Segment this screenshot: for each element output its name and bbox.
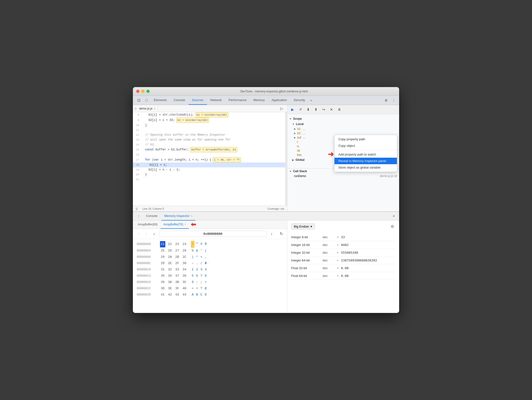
hex-byte[interactable]: 38: [182, 273, 187, 279]
tab-console-bottom[interactable]: Console: [143, 212, 160, 221]
local-header[interactable]: ▼ Local: [289, 121, 397, 127]
hex-byte[interactable]: 23: [175, 241, 180, 247]
memory-subtabs: ArrayBuffer(60) ArrayBuffer(70) × ⬅: [133, 221, 287, 229]
endian-dropdown-icon: ▾: [311, 225, 312, 228]
hex-byte[interactable]: 3D: [160, 285, 165, 292]
memory-inspector-close-icon[interactable]: ×: [191, 215, 192, 217]
hex-byte[interactable]: 3C: [182, 279, 187, 285]
tab-security[interactable]: Security: [290, 96, 308, 105]
file-close-icon[interactable]: ×: [154, 107, 155, 110]
step-over-btn[interactable]: ⬇: [305, 106, 312, 113]
data-type-settings-icon[interactable]: ⚙: [389, 224, 395, 230]
hex-byte[interactable]: 29: [160, 254, 165, 260]
bottom-panel-menu-icon[interactable]: ⋮: [135, 213, 142, 220]
hex-byte[interactable]: 30: [182, 260, 187, 267]
hex-byte[interactable]: 2B: [175, 254, 180, 260]
hex-byte[interactable]: 3A: [167, 279, 173, 285]
maximize-button[interactable]: [146, 90, 150, 93]
more-options-icon[interactable]: ⋮: [390, 97, 397, 104]
dock-icon[interactable]: ☐: [143, 96, 150, 105]
endian-select[interactable]: Big Endian ▾: [291, 223, 315, 230]
ctx-reveal-memory[interactable]: Reveal in Memory Inspector panel: [334, 158, 397, 164]
hex-byte[interactable]: 25: [160, 248, 165, 254]
dt-arrow-float32[interactable]: ▾: [337, 267, 341, 269]
dt-arrow-int32[interactable]: ▾: [337, 251, 341, 254]
code-scrollbar[interactable]: [285, 112, 287, 206]
subtab-arraybuffer-70[interactable]: ArrayBuffer(70) ×: [160, 221, 189, 229]
address-input[interactable]: [159, 231, 267, 237]
tab-sources[interactable]: Sources: [189, 96, 207, 105]
file-tab-demo-js[interactable]: demo-js.js ×: [137, 105, 158, 112]
hex-byte[interactable]: 2D: [160, 260, 165, 267]
hex-byte[interactable]: 44: [182, 292, 187, 298]
hex-byte[interactable]: 43: [175, 292, 180, 298]
hex-byte[interactable]: 3E: [167, 285, 173, 292]
close-bottom-panel-btn[interactable]: ×: [391, 213, 397, 219]
nav-next-btn[interactable]: ›: [269, 231, 274, 237]
step-out-btn[interactable]: ↪: [320, 106, 327, 113]
hex-byte[interactable]: 3B: [175, 279, 180, 285]
hex-byte[interactable]: 32: [167, 267, 173, 273]
subtab-arraybuffer-60[interactable]: ArrayBuffer(60): [135, 221, 160, 229]
dt-arrow-int8[interactable]: ▾: [337, 236, 341, 238]
scope-header[interactable]: ▼ Scope: [289, 116, 397, 121]
sidebar-toggle-icon[interactable]: ▷: [135, 107, 137, 110]
ctx-add-watch[interactable]: Add property path to watch: [334, 151, 397, 158]
tab-memory-inspector[interactable]: Memory Inspector ×: [161, 212, 195, 221]
devtools-icon[interactable]: ⊡: [135, 96, 143, 105]
titlebar: DevTools - memory-inspector.glitch.me/de…: [133, 87, 399, 96]
deactivate-btn[interactable]: ✕: [328, 106, 335, 113]
refresh-btn[interactable]: ↻: [278, 231, 284, 237]
hex-byte[interactable]: 31: [160, 267, 165, 273]
hex-byte[interactable]: 42: [167, 292, 173, 298]
hex-byte[interactable]: 26: [167, 248, 173, 254]
dt-arrow-int16[interactable]: ▾: [337, 244, 341, 246]
hex-byte[interactable]: 39: [160, 279, 165, 285]
dt-arrow-float64[interactable]: ▾: [337, 274, 341, 277]
minimize-button[interactable]: [141, 90, 144, 93]
hex-byte[interactable]: 2E: [167, 260, 173, 267]
hex-byte[interactable]: 37: [175, 273, 180, 279]
tab-console[interactable]: Console: [170, 96, 189, 105]
hex-byte[interactable]: 40: [182, 285, 187, 292]
nav-prev-btn[interactable]: ‹: [151, 231, 157, 237]
ctx-store-global[interactable]: Store object as global variable: [334, 164, 397, 171]
hex-byte[interactable]: 2A: [167, 254, 173, 260]
ctx-copy-object[interactable]: Copy object: [334, 142, 397, 149]
tab-application[interactable]: Application: [268, 96, 290, 105]
hex-byte[interactable]: 24: [182, 241, 187, 247]
hex-byte[interactable]: 41: [160, 292, 165, 298]
file-more-icon[interactable]: ▷: [278, 105, 285, 112]
nav-forward-btn[interactable]: ›: [144, 231, 149, 237]
hex-byte[interactable]: 28: [182, 248, 187, 254]
hex-byte[interactable]: 2F: [175, 260, 180, 267]
hex-byte[interactable]: 35: [160, 273, 165, 279]
nav-back-btn[interactable]: ‹: [136, 231, 142, 237]
subtab-70-close-icon[interactable]: ×: [185, 223, 186, 226]
hex-byte[interactable]: 36: [167, 273, 173, 279]
hex-bytes: 2D 2E 2F 30: [160, 260, 187, 267]
dt-arrow-int64[interactable]: ▾: [337, 259, 341, 262]
pause-recording-btn[interactable]: ↺: [297, 106, 304, 113]
hex-byte[interactable]: 3F: [175, 285, 180, 292]
hex-byte[interactable]: 27: [175, 248, 180, 254]
tab-network[interactable]: Network: [207, 96, 225, 105]
tab-elements[interactable]: Elements: [150, 96, 170, 105]
hex-byte[interactable]: 21: [160, 241, 165, 247]
settings-icon[interactable]: ⚙: [383, 97, 389, 104]
endian-label: Big Endian: [294, 225, 309, 228]
hex-byte[interactable]: 34: [182, 267, 187, 273]
hex-byte[interactable]: 33: [175, 267, 180, 273]
ctx-copy-path[interactable]: Copy property path: [334, 136, 397, 142]
hex-char: :: [195, 279, 199, 285]
tab-memory[interactable]: Memory: [250, 96, 268, 105]
close-button[interactable]: [136, 90, 139, 93]
scope-item-b1[interactable]: ▶ b1: …: [289, 127, 397, 131]
hex-byte[interactable]: 22: [167, 241, 173, 247]
tab-performance[interactable]: Performance: [225, 96, 250, 105]
hex-byte[interactable]: 2C: [182, 254, 187, 260]
pause-btn[interactable]: ⏸: [336, 106, 342, 113]
tab-more[interactable]: »: [308, 96, 314, 105]
resume-btn[interactable]: ▶: [289, 106, 296, 113]
step-into-btn[interactable]: ⬆: [312, 106, 319, 113]
